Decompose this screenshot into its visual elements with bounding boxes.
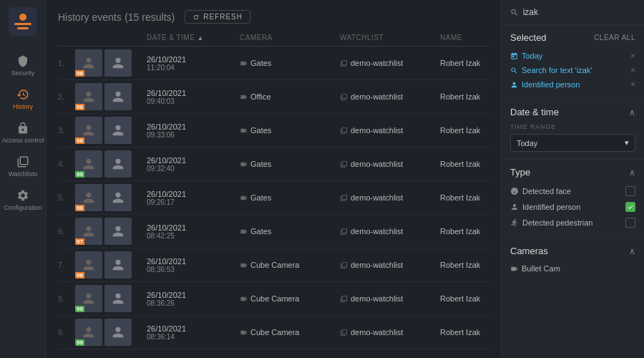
sidebar-item-history[interactable]: History — [0, 82, 46, 116]
watchlist-icon — [340, 160, 348, 168]
face-img-detected: 98 — [75, 117, 102, 144]
row-name: Robert Izak — [440, 126, 501, 135]
filter-today-close[interactable]: × — [630, 51, 635, 61]
face-img-matched — [104, 251, 132, 279]
row-name: Robert Izak — [440, 328, 501, 337]
sort-icon: ▲ — [197, 34, 203, 42]
search-input[interactable] — [523, 7, 635, 17]
person-filter-icon — [510, 81, 518, 89]
sidebar-access-label: Access control — [2, 137, 44, 144]
face-img-detected: 99 — [75, 319, 102, 346]
table-row[interactable]: 1. 98 26/10/2021 11:20:04 — [58, 47, 489, 80]
sidebar-item-access-control[interactable]: Access control — [0, 116, 46, 150]
table-row[interactable]: 2. 98 26/10/2021 09:40:03 — [58, 80, 489, 114]
filter-person-text: Identified person — [522, 80, 580, 89]
svg-point-1 — [19, 14, 26, 21]
page-title: History events (15 results) — [58, 11, 175, 24]
watchlist-icon — [340, 295, 348, 303]
filter-search-close[interactable]: × — [630, 65, 635, 75]
type-pedestrian-checkbox[interactable] — [625, 218, 635, 228]
watchlist-icon — [340, 127, 348, 135]
camera-bullet-label: Bullet Cam — [522, 264, 560, 273]
face-img-matched — [104, 184, 132, 211]
select-chevron-icon: ▾ — [625, 138, 629, 147]
row-watchlist: demo-watchlist — [340, 59, 440, 67]
date-time-section: Date & time ∧ TIME RANGE Today ▾ — [502, 100, 644, 160]
app-logo — [9, 7, 37, 36]
sidebar-item-watchlists[interactable]: Watchlists — [0, 150, 46, 183]
watchlist-icon — [340, 261, 348, 269]
type-identified-person-checkbox[interactable] — [625, 202, 635, 212]
right-panel: Selected CLEAR ALL Today × Search for te… — [501, 0, 644, 358]
face-img-detected: 98 — [75, 184, 102, 211]
sidebar-item-configuration[interactable]: Configuration — [0, 183, 46, 217]
search-filter-icon — [510, 67, 518, 74]
row-camera: Office — [240, 92, 340, 101]
svg-rect-2 — [14, 23, 31, 25]
row-watchlist: demo-watchlist — [340, 261, 440, 269]
row-camera: Gates — [240, 126, 340, 135]
table-row[interactable]: 4. 99 26/10/2021 09:32:40 — [58, 147, 489, 181]
table-row[interactable]: 8. 99 26/10/2021 08:36:26 — [58, 282, 489, 316]
row-watchlist: demo-watchlist — [340, 193, 440, 202]
row-number: 2. — [58, 92, 75, 101]
filter-tag-today: Today × — [510, 49, 635, 63]
row-datetime: 26/10/2021 08:36:53 — [147, 257, 240, 274]
camera-icon — [240, 295, 248, 303]
watchlist-icon — [340, 329, 348, 337]
face-img-matched — [104, 49, 132, 77]
row-datetime: 26/10/2021 08:36:26 — [147, 291, 240, 307]
date-time-header[interactable]: Date & time ∧ — [510, 107, 635, 117]
type-detected-face-checkbox[interactable] — [625, 186, 635, 196]
row-watchlist: demo-watchlist — [340, 160, 440, 168]
type-header[interactable]: Type ∧ — [510, 167, 635, 178]
camera-icon — [240, 329, 248, 337]
row-images: 98 — [75, 117, 147, 144]
row-images: 99 — [75, 150, 147, 178]
type-identified-person-label: Identified person — [522, 203, 580, 211]
table-row[interactable]: 6. 97 26/10/2021 08:42:25 — [58, 215, 489, 248]
selected-section-header: Selected CLEAR ALL — [510, 32, 635, 43]
time-range-select[interactable]: Today ▾ — [510, 134, 635, 152]
face-img-matched — [104, 285, 132, 312]
face-img-detected: 99 — [75, 285, 102, 312]
time-range-label: TIME RANGE — [510, 123, 635, 130]
face-img-matched — [104, 150, 132, 178]
search-bar — [502, 0, 644, 25]
clear-all-button[interactable]: CLEAR ALL — [594, 34, 635, 42]
camera-icon — [240, 127, 248, 135]
page-header: History events (15 results) REFRESH — [47, 0, 501, 29]
confidence-badge: 98 — [75, 272, 84, 279]
sidebar-item-security[interactable]: Security — [0, 49, 46, 82]
type-detected-face-label: Detected face — [522, 187, 571, 195]
table-row[interactable]: 9. 99 26/10/2021 08:36:14 — [58, 316, 489, 349]
refresh-button[interactable]: REFRESH — [185, 10, 250, 24]
row-number: 4. — [58, 160, 75, 168]
events-table: DATE & TIME ▲ CAMERA WATCHLIST NAME OTHE… — [47, 29, 501, 358]
row-watchlist: demo-watchlist — [340, 294, 440, 303]
cameras-header[interactable]: Cameras ∧ — [510, 246, 635, 256]
confidence-badge: 97 — [75, 238, 84, 245]
table-row[interactable]: 7. 98 26/10/2021 08:36:53 — [58, 248, 489, 282]
type-detected-pedestrian[interactable]: Detected pedestrian — [510, 215, 635, 231]
svg-rect-0 — [9, 7, 37, 36]
sidebar-config-label: Configuration — [4, 204, 42, 211]
filter-person-close[interactable]: × — [630, 79, 635, 90]
row-datetime: 26/10/2021 08:42:25 — [147, 223, 240, 240]
camera-icon — [240, 59, 248, 67]
table-row[interactable]: 5. 98 26/10/2021 09:26:17 — [58, 181, 489, 215]
row-images: 99 — [75, 285, 147, 312]
row-number: 1. — [58, 59, 75, 67]
confidence-badge: 99 — [75, 306, 84, 312]
row-number: 8. — [58, 294, 75, 303]
table-body: 1. 98 26/10/2021 11:20:04 — [58, 47, 489, 349]
type-detected-face[interactable]: Detected face — [510, 183, 635, 199]
table-row[interactable]: 3. 98 26/10/2021 09:33:06 — [58, 114, 489, 147]
row-watchlist: demo-watchlist — [340, 227, 440, 236]
selected-section: Selected CLEAR ALL Today × Search for te… — [502, 25, 644, 100]
camera-item-bullet[interactable]: Bullet Cam — [510, 262, 635, 275]
type-identified-person[interactable]: Identified person — [510, 199, 635, 215]
row-images: 99 — [75, 319, 147, 346]
col-num — [58, 34, 75, 42]
row-images: 97 — [75, 218, 147, 245]
